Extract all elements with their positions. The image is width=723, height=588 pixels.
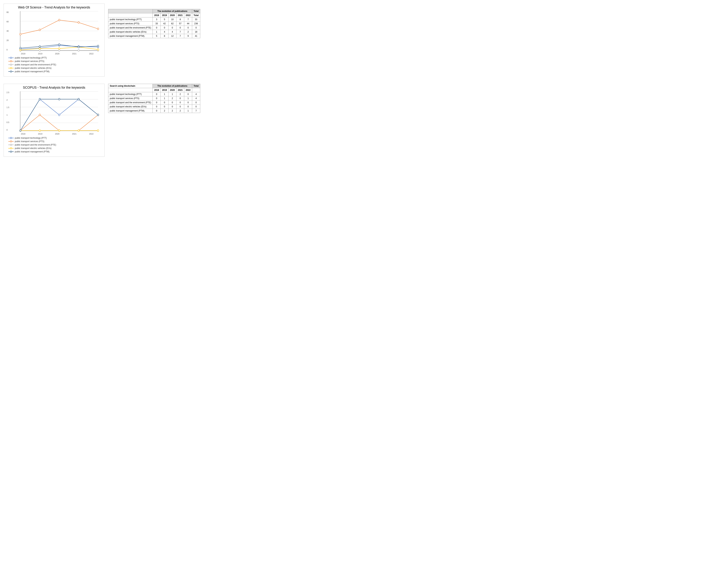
th-s-2021: 2021	[176, 88, 184, 92]
svg-point-34	[10, 71, 12, 72]
table-row: public transport services (PTS) 0 1 2 0 …	[108, 97, 200, 101]
row-label: public transport management (PTM).	[108, 109, 153, 113]
row-label: public transport services (PTS)	[108, 22, 153, 26]
cell: 0	[184, 105, 192, 109]
cell: 0	[176, 97, 184, 101]
svg-point-28	[10, 61, 12, 62]
row-label: public transport services (PTS)	[108, 97, 153, 101]
scopus-table-body: public transport technology (PTT) 0 1 1 …	[108, 92, 200, 113]
row-label: public transport electric vehicles (EVs)	[108, 30, 153, 34]
scopus-chart-area	[20, 91, 98, 131]
y-label-0: 0	[6, 49, 9, 51]
cell-total: 41	[192, 34, 200, 38]
svg-point-13	[78, 49, 80, 51]
cell: 0	[176, 26, 184, 30]
wos-legend: public transport technology (PTT) public…	[8, 57, 102, 73]
th-s-2020: 2020	[168, 88, 176, 92]
cell: 7	[176, 34, 184, 38]
table-row: public transport technology (PTT) 3 5 10…	[108, 18, 200, 22]
th-2018: 2018	[153, 13, 161, 18]
sx-label-2019: 2019	[32, 133, 49, 135]
scopus-chart-container: SCOPUS - Trend Analysis for the keywords…	[4, 84, 104, 157]
svg-point-53	[78, 130, 80, 131]
row-label: public transport technology (PTT)	[108, 18, 153, 22]
wos-table: The evolution of publications Total 2018…	[108, 9, 200, 38]
s-legend-pte-label: public transport and the environment (PT…	[15, 144, 56, 146]
cell: 0	[161, 101, 168, 105]
table-row: public transport technology (PTT) 0 1 1 …	[108, 92, 200, 97]
legend-pte: public transport and the environment (PT…	[8, 63, 102, 66]
scopus-table: Search using blockchain The evolution of…	[108, 84, 200, 113]
cell-total: 0	[192, 101, 200, 105]
svg-point-30	[10, 64, 12, 65]
row-label: public transport management (PTM).	[108, 34, 153, 38]
x-label-2018: 2018	[15, 52, 32, 55]
s-legend-pts: public transport services (PTS)	[8, 140, 102, 143]
line-pts	[20, 20, 98, 34]
cell: 2	[176, 92, 184, 97]
scopus-x-labels: 2018 2019 2020 2021 2022	[15, 133, 100, 135]
svg-point-12	[58, 49, 60, 51]
svg-point-19	[97, 49, 99, 50]
th-s-total-header: Total	[192, 84, 200, 88]
cell-total: 33	[192, 18, 200, 22]
cell: 0	[168, 101, 176, 105]
legend-pts-label: public transport services (PTS)	[15, 60, 44, 63]
legend-ptm: public transport management (PTM).	[8, 70, 102, 73]
scopus-legend: public transport technology (PTT) public…	[8, 137, 102, 153]
table-row: public transport management (PTM). 0 2 2…	[108, 109, 200, 113]
svg-point-59	[97, 114, 99, 116]
table-row: public transport electric vehicles (EVs)…	[108, 30, 200, 34]
svg-point-65	[10, 144, 12, 146]
legend-ptt: public transport technology (PTT)	[8, 57, 102, 59]
s-line-pts	[20, 115, 98, 131]
s-legend-pts-label: public transport services (PTS)	[15, 140, 44, 143]
sy-label-15: 1.5	[6, 106, 9, 108]
table-row: public transport services (PTS) 33 42 62…	[108, 22, 200, 26]
th-total: Total	[192, 13, 200, 18]
cell: 2	[161, 109, 168, 113]
cell-total: 0	[192, 105, 200, 109]
svg-point-16	[39, 48, 41, 49]
cell: 0	[153, 109, 161, 113]
row-label: public transport electric vehicles (EVs)	[108, 105, 153, 109]
svg-point-8	[78, 22, 80, 23]
wos-table-header2: 2018 2019 2020 2021 2022 Total	[108, 13, 200, 18]
th-s-2019: 2019	[161, 88, 168, 92]
y-label-60: 60	[6, 21, 9, 23]
cell: 0	[184, 101, 192, 105]
cell: 7	[176, 30, 184, 34]
th-evolution: The evolution of publications	[153, 9, 192, 13]
cell: 0	[176, 105, 184, 109]
cell: 1	[153, 30, 161, 34]
row-label: public transport technology (PTT)	[108, 92, 153, 97]
cell: 1	[161, 97, 168, 101]
svg-point-11	[39, 49, 41, 51]
cell: 2	[176, 109, 184, 113]
cell: 12	[168, 34, 176, 38]
cell: 10	[168, 18, 176, 22]
cell: 4	[168, 30, 176, 34]
svg-point-41	[39, 114, 41, 116]
x-label-2021: 2021	[66, 52, 83, 55]
cell: 0	[184, 92, 192, 97]
y-label-40: 40	[6, 30, 9, 32]
cell: 4	[161, 30, 168, 34]
cell: 1	[184, 97, 192, 101]
row-label: public transport and the environment (PT…	[108, 26, 153, 30]
scopus-svg	[20, 91, 98, 131]
svg-point-56	[39, 98, 41, 100]
cell: 5	[161, 18, 168, 22]
cell: 62	[168, 22, 176, 26]
svg-point-22	[58, 44, 60, 45]
th-2019: 2019	[161, 13, 168, 18]
legend-evs-label: public transport electric vehicles (EVs)	[15, 67, 52, 69]
s-legend-ptt-label: public transport technology (PTT)	[15, 137, 47, 139]
legend-ptm-label: public transport management (PTM).	[15, 70, 50, 73]
svg-point-15	[20, 49, 21, 51]
svg-point-69	[10, 151, 12, 152]
cell: 0	[161, 26, 168, 30]
th-s-2018: 2018	[153, 88, 161, 92]
cell: 57	[176, 22, 184, 26]
sx-label-2018: 2018	[15, 133, 32, 135]
